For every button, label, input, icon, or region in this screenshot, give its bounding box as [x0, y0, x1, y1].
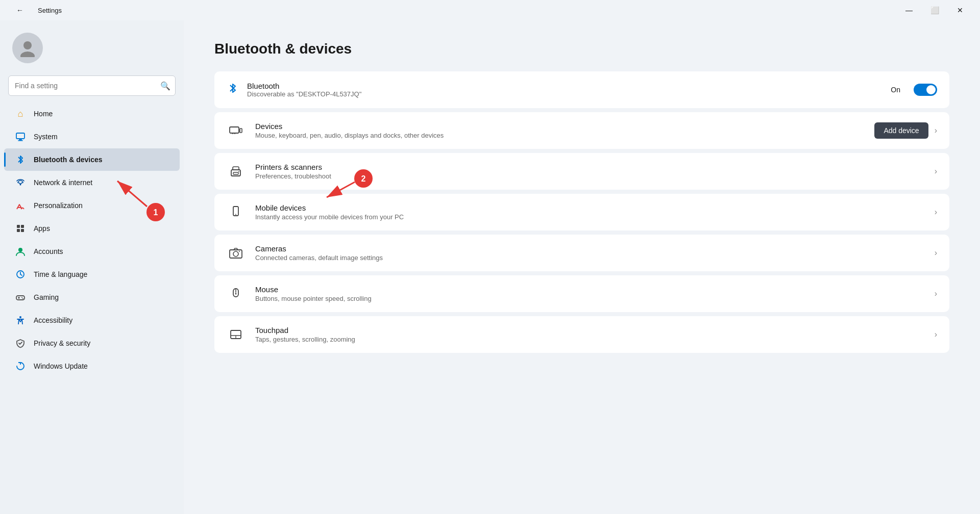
printers-title: Printers & scanners	[255, 163, 924, 171]
printers-actions: ›	[935, 167, 937, 176]
mouse-title: Mouse	[255, 285, 924, 294]
devices-row[interactable]: Devices Mouse, keyboard, pen, audio, dis…	[214, 112, 949, 149]
sidebar-item-accessibility[interactable]: Accessibility	[4, 309, 180, 331]
mobile-group: Mobile devices Instantly access your mob…	[214, 194, 949, 230]
svg-point-1	[20, 52, 35, 57]
minimize-button[interactable]: —	[897, 2, 921, 18]
mobile-row[interactable]: Mobile devices Instantly access your mob…	[214, 194, 949, 230]
printers-row[interactable]: Printers & scanners Preferences, trouble…	[214, 153, 949, 190]
app-body: 🔍 ⌂ Home System	[0, 20, 980, 514]
devices-title: Devices	[255, 122, 864, 131]
sidebar-item-update[interactable]: Windows Update	[4, 355, 180, 377]
svg-point-16	[21, 297, 22, 298]
svg-point-34	[235, 293, 237, 295]
touchpad-chevron: ›	[935, 330, 937, 339]
sidebar-item-label-bluetooth: Bluetooth & devices	[34, 156, 103, 164]
apps-icon	[14, 222, 27, 235]
devices-text: Devices Mouse, keyboard, pen, audio, dis…	[255, 122, 864, 139]
sidebar-nav: ⌂ Home System	[0, 102, 184, 378]
mobile-text: Mobile devices Instantly access your mob…	[255, 203, 924, 221]
search-input[interactable]	[8, 75, 176, 96]
svg-point-30	[233, 251, 238, 256]
svg-rect-20	[230, 127, 239, 133]
system-icon	[14, 131, 27, 143]
printers-desc: Preferences, troubleshoot	[255, 172, 924, 180]
cameras-row[interactable]: Cameras Connected cameras, default image…	[214, 235, 949, 271]
cameras-text: Cameras Connected cameras, default image…	[255, 244, 924, 262]
personalization-icon	[14, 199, 27, 212]
svg-point-11	[18, 248, 22, 252]
sidebar-item-accounts[interactable]: Accounts	[4, 240, 180, 263]
sidebar: 🔍 ⌂ Home System	[0, 20, 184, 514]
devices-group: Devices Mouse, keyboard, pen, audio, dis…	[214, 112, 949, 149]
printers-chevron: ›	[935, 167, 937, 176]
touchpad-icon	[227, 325, 245, 344]
avatar	[12, 33, 43, 63]
search-box: 🔍	[8, 75, 176, 96]
svg-rect-25	[233, 172, 238, 174]
cameras-desc: Connected cameras, default image setting…	[255, 254, 924, 262]
svg-rect-24	[231, 170, 240, 176]
cameras-icon	[227, 244, 245, 262]
touchpad-row[interactable]: Touchpad Taps, gestures, scrolling, zoom…	[214, 316, 949, 353]
touchpad-text: Touchpad Taps, gestures, scrolling, zoom…	[255, 326, 924, 343]
sidebar-item-privacy[interactable]: Privacy & security	[4, 332, 180, 354]
bluetooth-toggle[interactable]	[914, 84, 937, 96]
close-button[interactable]: ✕	[948, 2, 972, 18]
mobile-icon	[227, 203, 245, 221]
sidebar-item-label-personalization: Personalization	[34, 201, 83, 210]
bluetooth-icon	[14, 153, 27, 166]
svg-rect-8	[21, 225, 24, 228]
bluetooth-info: Bluetooth Discoverable as "DESKTOP-4L537…	[247, 82, 883, 98]
cameras-title: Cameras	[255, 244, 924, 253]
title-bar-left: ← Settings	[8, 2, 62, 18]
printers-icon	[227, 162, 245, 181]
accessibility-icon	[14, 314, 27, 326]
bluetooth-description: Discoverable as "DESKTOP-4L537JQ"	[247, 90, 883, 98]
title-bar: ← Settings — ⬜ ✕	[0, 0, 980, 20]
devices-actions: Add device ›	[874, 122, 937, 139]
network-icon	[14, 176, 27, 189]
sidebar-item-bluetooth[interactable]: Bluetooth & devices	[4, 148, 180, 171]
svg-point-18	[19, 316, 21, 318]
devices-chevron: ›	[935, 126, 937, 135]
devices-icon	[227, 121, 245, 140]
window-controls: — ⬜ ✕	[897, 2, 972, 18]
page-title: Bluetooth & devices	[214, 41, 949, 57]
accounts-icon	[14, 245, 27, 258]
sidebar-item-label-system: System	[34, 133, 58, 141]
sidebar-item-time[interactable]: Time & language	[4, 263, 180, 286]
svg-point-17	[22, 298, 23, 299]
sidebar-item-apps[interactable]: Apps	[4, 217, 180, 240]
back-button[interactable]: ←	[8, 2, 32, 18]
gaming-icon	[14, 291, 27, 303]
mouse-icon	[227, 285, 245, 303]
sidebar-item-gaming[interactable]: Gaming	[4, 286, 180, 309]
svg-point-0	[23, 41, 32, 49]
mouse-actions: ›	[935, 289, 937, 298]
add-device-button[interactable]: Add device	[874, 122, 928, 139]
sidebar-item-personalization[interactable]: Personalization	[4, 194, 180, 217]
touchpad-actions: ›	[935, 330, 937, 339]
svg-point-28	[235, 214, 236, 215]
svg-rect-3	[19, 139, 22, 140]
sidebar-item-label-accounts: Accounts	[34, 247, 63, 255]
svg-rect-7	[17, 225, 20, 228]
cameras-chevron: ›	[935, 248, 937, 258]
sidebar-item-home[interactable]: ⌂ Home	[4, 102, 180, 125]
bluetooth-card-icon	[227, 82, 239, 97]
sidebar-item-label-accessibility: Accessibility	[34, 316, 72, 324]
mobile-chevron: ›	[935, 208, 937, 217]
mouse-group: Mouse Buttons, mouse pointer speed, scro…	[214, 275, 949, 312]
sidebar-item-label-privacy: Privacy & security	[34, 339, 90, 347]
restore-button[interactable]: ⬜	[923, 2, 946, 18]
main-content: Bluetooth & devices Bluetooth Discoverab…	[184, 20, 980, 514]
home-icon: ⌂	[14, 108, 27, 120]
svg-rect-13	[16, 296, 24, 300]
sidebar-item-network[interactable]: Network & internet	[4, 171, 180, 194]
mobile-desc: Instantly access your mobile devices fro…	[255, 213, 924, 221]
sidebar-item-label-network: Network & internet	[34, 178, 92, 187]
printers-text: Printers & scanners Preferences, trouble…	[255, 163, 924, 180]
mouse-row[interactable]: Mouse Buttons, mouse pointer speed, scro…	[214, 275, 949, 312]
sidebar-item-system[interactable]: System	[4, 125, 180, 148]
